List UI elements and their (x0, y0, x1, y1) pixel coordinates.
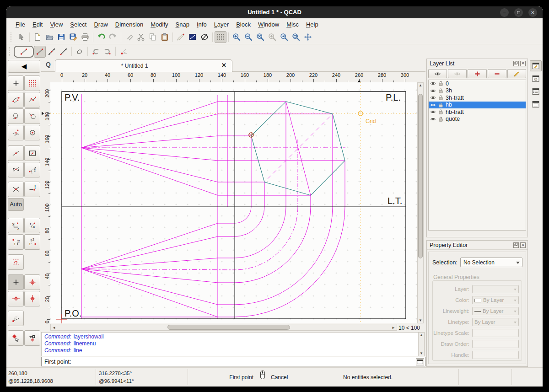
selection-pointer-button[interactable] (16, 31, 27, 43)
menu-modify[interactable]: Modify (147, 20, 172, 29)
zoom-out-button[interactable] (242, 31, 254, 43)
segments-from-polyline-button[interactable] (102, 46, 113, 58)
remove-layer-button[interactable] (488, 69, 506, 78)
eye-icon[interactable] (430, 88, 436, 94)
menu-layer[interactable]: Layer (210, 20, 233, 29)
layer-row[interactable]: 3h-tratt (429, 94, 526, 102)
polyline-from-segments-button[interactable] (90, 46, 102, 58)
snap-coordinate-xy-button[interactable] (8, 218, 24, 233)
property-combobox[interactable] (472, 285, 519, 293)
restrict-nothing-button[interactable] (8, 274, 24, 290)
hide-all-layers-button[interactable] (448, 69, 467, 78)
close-button[interactable]: ✕ (528, 8, 537, 17)
set-relative-zero-button[interactable] (8, 330, 24, 346)
restrict-orthogonal-button[interactable] (24, 274, 40, 290)
menu-file[interactable]: File (12, 20, 29, 29)
menu-select[interactable]: Select (66, 20, 90, 29)
document-tab[interactable]: * Untitled 1 ✕ (55, 59, 232, 72)
minimize-button[interactable]: – (500, 8, 509, 17)
eye-icon[interactable] (430, 102, 436, 108)
auto-zoom-button[interactable] (254, 31, 266, 43)
snap-relative-2-button[interactable] (24, 234, 40, 250)
canvas-horizontal-scrollbar[interactable]: ◄ ► (50, 324, 397, 331)
snap-relative-1-button[interactable] (8, 234, 24, 250)
drawing-canvas[interactable]: GridP.V.P.L.L.T.P.O. (50, 82, 417, 323)
previous-view-button[interactable] (278, 31, 290, 43)
show-all-layers-button[interactable] (428, 69, 447, 78)
menu-window[interactable]: Window (254, 20, 283, 29)
menu-snap[interactable]: Snap (172, 20, 193, 29)
snap-tangent-button[interactable] (24, 108, 40, 124)
eye-icon[interactable] (430, 116, 436, 122)
snap-free-button[interactable] (8, 75, 24, 91)
snap-auto-button[interactable]: Auto (8, 198, 24, 211)
cut-button[interactable] (135, 31, 147, 43)
menu-help[interactable]: Help (302, 20, 322, 29)
print-button[interactable] (79, 31, 91, 43)
point-button[interactable] (118, 46, 129, 58)
eye-icon[interactable] (430, 81, 436, 86)
property-input[interactable] (472, 351, 519, 359)
selection-combobox[interactable]: No Selection (460, 258, 522, 267)
title-bar[interactable]: Untitled 1 * - QCAD – ✕ (6, 6, 543, 18)
grid-toggle-button[interactable] (215, 31, 226, 43)
paste-button[interactable] (159, 31, 171, 43)
toggle-command-line-button[interactable] (530, 99, 542, 110)
add-layer-button[interactable] (468, 69, 486, 78)
zoom-window-button[interactable] (290, 31, 302, 43)
snap-on-entity-button[interactable] (24, 92, 40, 107)
restrict-off-button[interactable] (8, 254, 24, 270)
snap-middle-button[interactable] (8, 145, 24, 161)
snap-perpendicular-button[interactable] (8, 108, 24, 124)
property-combobox[interactable]: By Layer (472, 307, 519, 315)
back-to-main-menu-button[interactable] (14, 46, 34, 58)
lock-icon[interactable] (438, 109, 444, 115)
snap-endpoints-button[interactable] (8, 92, 24, 107)
save-file-button[interactable] (55, 31, 67, 43)
menu-misc[interactable]: Misc (283, 20, 302, 29)
snap-center-button[interactable] (24, 125, 40, 140)
restrict-vertical-button[interactable] (24, 291, 40, 306)
open-file-button[interactable] (43, 31, 55, 43)
menu-view[interactable]: View (46, 20, 66, 29)
menu-info[interactable]: Info (193, 20, 210, 29)
snap-reference-button[interactable] (24, 145, 40, 161)
isometric-off-button[interactable] (199, 31, 210, 43)
line-2-points-button[interactable] (34, 46, 46, 58)
scroll-down-icon[interactable]: ▼ (419, 351, 424, 355)
scroll-up-icon[interactable]: ▲ (419, 333, 424, 337)
scroll-up-icon[interactable]: ▲ (418, 83, 423, 87)
save-as-button[interactable] (67, 31, 79, 43)
layer-row[interactable]: hb (429, 102, 526, 109)
lock-icon[interactable] (438, 88, 444, 94)
eye-icon[interactable] (430, 95, 436, 101)
float-panel-icon[interactable] (513, 61, 519, 66)
snap-coordinate-polar-button[interactable] (24, 218, 40, 233)
lock-icon[interactable] (438, 102, 444, 108)
property-input[interactable] (472, 340, 519, 348)
snap-tangential-button[interactable] (8, 125, 24, 140)
history-scrollbar[interactable]: ▲▼ (418, 333, 424, 356)
toggle-layer-list-button[interactable] (530, 86, 542, 97)
eye-icon[interactable] (430, 109, 436, 115)
command-history[interactable]: Command:layershowallCommand:linemenuComm… (41, 332, 425, 356)
layer-row[interactable]: 0 (429, 80, 526, 87)
scroll-left-icon[interactable]: ◄ (51, 326, 57, 330)
layer-row[interactable]: quote (429, 116, 526, 123)
menu-edit[interactable]: Edit (29, 20, 46, 29)
menu-draw[interactable]: Draw (90, 20, 111, 29)
background-color-button[interactable] (187, 31, 199, 43)
horizontal-scroll-thumb[interactable] (167, 325, 290, 330)
lock-icon[interactable] (438, 81, 444, 86)
layer-row[interactable]: hb-tratt (429, 108, 526, 116)
vertical-scroll-thumb[interactable] (418, 94, 423, 258)
new-file-button[interactable] (32, 31, 43, 43)
tab-close-icon[interactable]: ✕ (221, 62, 226, 69)
close-panel-icon[interactable]: ✕ (520, 242, 526, 248)
toolbar-grip[interactable] (9, 47, 12, 56)
zoom-selection-button[interactable] (266, 31, 278, 43)
canvas-vertical-scrollbar[interactable]: ▲ ▼ (417, 82, 424, 323)
freehand-line-button[interactable] (74, 46, 86, 58)
scroll-down-icon[interactable]: ▼ (418, 318, 423, 322)
float-panel-icon[interactable] (513, 242, 519, 248)
